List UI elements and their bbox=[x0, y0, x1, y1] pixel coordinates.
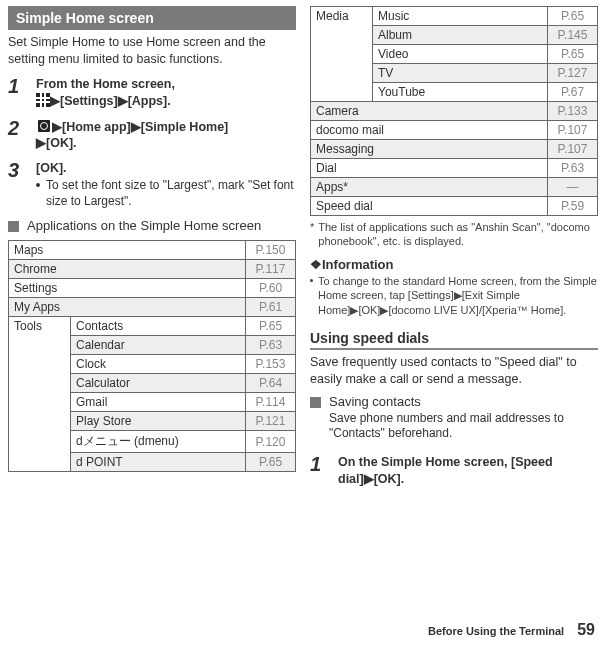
footer-section: Before Using the Terminal bbox=[428, 625, 564, 637]
square-bullet-icon bbox=[8, 221, 19, 232]
page-ref: P.133 bbox=[548, 102, 598, 121]
step-text: [Home app] bbox=[62, 120, 131, 134]
step-2: 2 ▶[Home app]▶[Simple Home]▶[OK]. bbox=[8, 118, 296, 153]
step-3: 3 [OK]. To set the font size to "Largest… bbox=[8, 160, 296, 209]
bullet-icon bbox=[36, 183, 40, 187]
saving-contacts-heading: Saving contacts Save phone numbers and m… bbox=[310, 394, 598, 448]
table-row: docomo mailP.107 bbox=[311, 121, 598, 140]
apps-table-left: MapsP.150 ChromeP.117 SettingsP.60 My Ap… bbox=[8, 240, 296, 472]
app-name: Calculator bbox=[71, 374, 246, 393]
table-row: Apps*― bbox=[311, 178, 598, 197]
table-row: Speed dialP.59 bbox=[311, 197, 598, 216]
page-ref: P.63 bbox=[548, 159, 598, 178]
arrow-icon: ▶ bbox=[364, 472, 374, 486]
page-ref: P.145 bbox=[548, 26, 598, 45]
page-ref: P.61 bbox=[246, 298, 296, 317]
speed-intro: Save frequently used contacts to "Speed … bbox=[310, 354, 598, 388]
page-ref: P.65 bbox=[548, 7, 598, 26]
footnote-text: The list of applications such as "Anshin… bbox=[318, 220, 598, 249]
app-name: Messaging bbox=[311, 140, 548, 159]
step-text: [OK]. bbox=[36, 161, 67, 175]
speed-step-1: 1 On the Simple Home screen, [Speed dial… bbox=[310, 454, 598, 488]
page-ref: P.120 bbox=[246, 431, 296, 453]
group-label: Tools bbox=[9, 317, 71, 472]
page-ref: P.65 bbox=[548, 45, 598, 64]
info-text: [docomo LIVE UX]/[Xperia™ Home]. bbox=[388, 304, 566, 316]
step-text: [OK]. bbox=[374, 472, 405, 486]
page-ref: P.107 bbox=[548, 140, 598, 159]
app-name: My Apps bbox=[9, 298, 246, 317]
step-text: [OK]. bbox=[46, 136, 77, 150]
page-ref: P.114 bbox=[246, 393, 296, 412]
page-ref: P.59 bbox=[548, 197, 598, 216]
table-row: ToolsContactsP.65 bbox=[9, 317, 296, 336]
arrow-icon: ▶ bbox=[36, 136, 46, 150]
app-name: d POINT bbox=[71, 453, 246, 472]
app-name: Album bbox=[373, 26, 548, 45]
page-ref: P.67 bbox=[548, 83, 598, 102]
step-text: From the Home screen, bbox=[36, 77, 175, 91]
app-name: dメニュー (dmenu) bbox=[71, 431, 246, 453]
step-note: To set the font size to "Largest", mark … bbox=[36, 177, 296, 209]
info-bullet: To change to the standard Home screen, f… bbox=[310, 274, 598, 319]
app-name: Play Store bbox=[71, 412, 246, 431]
table-row: CameraP.133 bbox=[311, 102, 598, 121]
section-banner: Simple Home screen bbox=[8, 6, 296, 30]
arrow-icon: ▶ bbox=[131, 120, 141, 134]
saving-body: Save phone numbers and mail addresses to… bbox=[329, 411, 598, 442]
app-name: Calendar bbox=[71, 336, 246, 355]
app-name: Clock bbox=[71, 355, 246, 374]
step-text: [Settings] bbox=[60, 94, 118, 108]
arrow-icon: ▶ bbox=[50, 94, 60, 108]
table-row: SettingsP.60 bbox=[9, 279, 296, 298]
app-name: Settings bbox=[9, 279, 246, 298]
page-ref: P.153 bbox=[246, 355, 296, 374]
app-name: docomo mail bbox=[311, 121, 548, 140]
app-name: Gmail bbox=[71, 393, 246, 412]
step-text: [Simple Home] bbox=[141, 120, 229, 134]
page-ref: P.121 bbox=[246, 412, 296, 431]
step-number: 1 bbox=[310, 454, 328, 488]
table-row: My AppsP.61 bbox=[9, 298, 296, 317]
app-name: Apps* bbox=[311, 178, 548, 197]
page-ref: P.107 bbox=[548, 121, 598, 140]
asterisk-icon: * bbox=[310, 220, 314, 249]
footnote: * The list of applications such as "Ansh… bbox=[310, 220, 598, 249]
information-heading: ❖Information bbox=[310, 257, 598, 272]
note-text: To set the font size to "Largest", mark … bbox=[46, 177, 296, 209]
gear-icon bbox=[36, 118, 52, 134]
step-text: [Apps]. bbox=[128, 94, 171, 108]
page-ref: P.65 bbox=[246, 453, 296, 472]
heading-text: Applications on the Simple Home screen bbox=[27, 218, 261, 235]
app-name: Music bbox=[373, 7, 548, 26]
apps-grid-icon bbox=[36, 93, 50, 107]
page-ref: ― bbox=[548, 178, 598, 197]
page-number: 59 bbox=[577, 621, 595, 638]
app-name: Dial bbox=[311, 159, 548, 178]
table-row: ChromeP.117 bbox=[9, 260, 296, 279]
page-ref: P.63 bbox=[246, 336, 296, 355]
step-number: 1 bbox=[8, 76, 26, 110]
app-name: Video bbox=[373, 45, 548, 64]
page-footer: Before Using the Terminal 59 bbox=[428, 621, 595, 639]
square-bullet-icon bbox=[310, 397, 321, 408]
page-ref: P.117 bbox=[246, 260, 296, 279]
table-row: MessagingP.107 bbox=[311, 140, 598, 159]
page-ref: P.150 bbox=[246, 241, 296, 260]
app-name: TV bbox=[373, 64, 548, 83]
app-name: Maps bbox=[9, 241, 246, 260]
table-row: MediaMusicP.65 bbox=[311, 7, 598, 26]
bullet-icon bbox=[310, 279, 313, 282]
diamond-icon: ❖ bbox=[310, 257, 322, 272]
page-ref: P.65 bbox=[246, 317, 296, 336]
page-ref: P.60 bbox=[246, 279, 296, 298]
sub-section-banner: Using speed dials bbox=[310, 328, 598, 350]
step-number: 2 bbox=[8, 118, 26, 153]
heading-text: Saving contacts bbox=[329, 394, 598, 411]
app-name: Speed dial bbox=[311, 197, 548, 216]
app-name: YouTube bbox=[373, 83, 548, 102]
arrow-icon: ▶ bbox=[118, 94, 128, 108]
step-number: 3 bbox=[8, 160, 26, 209]
applications-heading: Applications on the Simple Home screen bbox=[8, 218, 296, 235]
info-text: [OK] bbox=[358, 304, 380, 316]
